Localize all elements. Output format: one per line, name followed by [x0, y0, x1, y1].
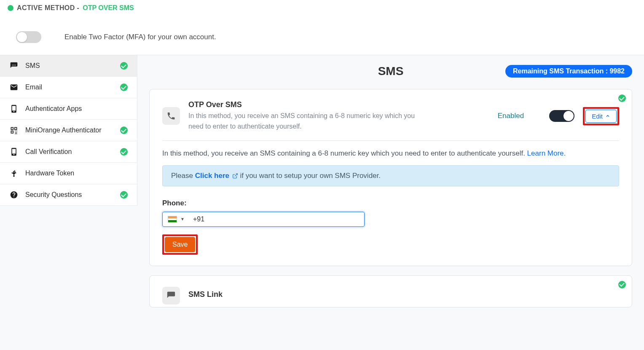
active-method-row: ACTIVE METHOD - OTP OVER SMS [8, 4, 636, 12]
save-button[interactable]: Save [165, 237, 195, 252]
svg-line-0 [235, 174, 237, 176]
edit-button[interactable]: Edit [585, 110, 617, 123]
check-icon [120, 127, 128, 134]
card-header: OTP Over SMS In this method, you receive… [162, 100, 619, 141]
sidebar-item-hardware-token[interactable]: Hardware Token [0, 163, 137, 184]
check-icon [120, 191, 128, 199]
card-title-block: OTP Over SMS In this method, you receive… [188, 100, 489, 132]
page-title: SMS [378, 65, 404, 78]
sidebar-item-label: Security Questions [25, 191, 82, 199]
sms-icon [9, 61, 19, 70]
otp-card-title: OTP Over SMS [188, 100, 489, 109]
check-icon [120, 83, 128, 91]
chevron-up-icon [605, 113, 610, 118]
main-panel: SMS Remaining SMS Transaction : 9982 OTP… [137, 55, 644, 326]
email-icon [9, 83, 19, 92]
sidebar-item-label: Call Verification [25, 148, 72, 156]
mfa-description: Enable Two Factor (MFA) for your own acc… [64, 33, 216, 41]
qr-icon [9, 126, 19, 135]
sidebar-item-security-questions[interactable]: Security Questions [0, 184, 137, 206]
sms-link-title: SMS Link [188, 290, 619, 299]
sidebar-item-label: Email [25, 83, 42, 91]
sms-link-icon [162, 287, 180, 304]
phone-input-group[interactable]: ▼ [162, 212, 365, 227]
external-link-icon [232, 173, 238, 179]
active-method-label: ACTIVE METHOD - [17, 4, 79, 12]
check-icon [618, 94, 626, 102]
card-right-controls: Enabled Edit [498, 107, 619, 125]
flag-india-icon [168, 216, 177, 223]
click-here-text: Click here [195, 172, 229, 180]
check-icon [618, 281, 626, 288]
question-icon [9, 190, 19, 199]
phone-label: Phone: [162, 199, 619, 207]
phone-icon [162, 107, 180, 125]
active-method-value: OTP OVER SMS [83, 4, 134, 12]
enabled-label: Enabled [498, 112, 524, 120]
sidebar-item-label: Authenticator Apps [25, 105, 82, 113]
sms-link-card: SMS Link [149, 275, 632, 307]
sidebar-item-miniorange-authenticator[interactable]: MiniOrange Authenticator [0, 120, 137, 141]
highlight-box: Save [162, 234, 198, 255]
authapp-icon [9, 104, 19, 113]
sidebar: SMSEmailAuthenticator AppsMiniOrange Aut… [0, 55, 137, 206]
edit-label: Edit [592, 113, 603, 120]
otp-body-text: In this method, you receive an SMS conta… [162, 149, 619, 158]
highlight-box: Edit [583, 107, 619, 125]
chevron-down-icon[interactable]: ▼ [180, 217, 185, 221]
sidebar-item-label: MiniOrange Authenticator [25, 127, 102, 134]
info-suffix: if you want to setup your own SMS Provid… [240, 172, 381, 180]
sidebar-item-email[interactable]: Email [0, 77, 137, 98]
usb-icon [9, 169, 19, 178]
info-prefix: Please [171, 172, 195, 180]
sidebar-item-label: Hardware Token [25, 170, 74, 177]
otp-card-desc: In this method, you receive an SMS conta… [188, 111, 424, 132]
remaining-sms-badge: Remaining SMS Transaction : 9982 [505, 65, 632, 78]
status-dot-icon [8, 5, 13, 11]
sidebar-item-call-verification[interactable]: Call Verification [0, 141, 137, 163]
card-body: In this method, you receive an SMS conta… [162, 141, 619, 255]
phone-field-wrap: ▼ [162, 212, 365, 227]
otp-body-text-main: In this method, you receive an SMS conta… [162, 149, 527, 157]
sidebar-item-authenticator-apps[interactable]: Authenticator Apps [0, 98, 137, 120]
settings-header: ACTIVE METHOD - OTP OVER SMS Enable Two … [0, 0, 644, 55]
phone-input[interactable] [188, 215, 359, 223]
call-icon [9, 147, 19, 156]
mfa-toggle-row: Enable Two Factor (MFA) for your own acc… [8, 25, 636, 43]
sidebar-item-sms[interactable]: SMS [0, 55, 137, 77]
sms-provider-info-box: Please Click here if you want to setup y… [162, 165, 619, 186]
check-icon [120, 148, 128, 156]
mfa-toggle[interactable] [16, 31, 41, 43]
card-header: SMS Link [162, 287, 619, 304]
title-row: SMS Remaining SMS Transaction : 9982 [149, 65, 632, 78]
learn-more-link[interactable]: Learn More. [527, 149, 566, 157]
otp-over-sms-card: OTP Over SMS In this method, you receive… [149, 89, 632, 266]
click-here-link[interactable]: Click here [195, 172, 240, 180]
otp-enable-toggle[interactable] [549, 110, 574, 122]
sidebar-item-label: SMS [25, 62, 40, 70]
check-icon [120, 62, 128, 70]
